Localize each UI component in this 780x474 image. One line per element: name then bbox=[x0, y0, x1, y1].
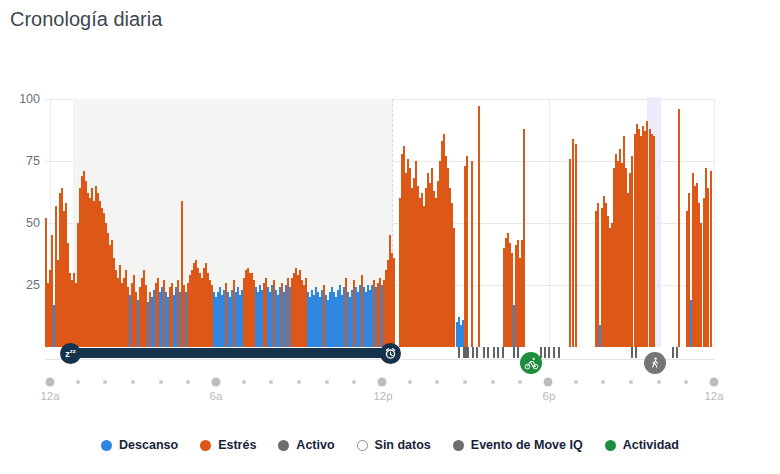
active-swatch-icon bbox=[278, 440, 289, 451]
move-iq-tick[interactable] bbox=[497, 347, 499, 358]
legend-item-activo: Activo bbox=[278, 438, 334, 452]
y-tick-label: 75 bbox=[26, 154, 40, 168]
move-iq-tick[interactable] bbox=[631, 347, 633, 358]
hour-dot bbox=[103, 380, 107, 384]
legend-item-actividad: Actividad bbox=[605, 438, 679, 452]
cycling-event-icon[interactable] bbox=[520, 352, 542, 374]
stress-bar[interactable] bbox=[575, 144, 577, 347]
legend-item-estres: Estrés bbox=[200, 438, 256, 452]
move-iq-tick[interactable] bbox=[672, 347, 674, 358]
hour-dot bbox=[46, 378, 55, 387]
stress-bar[interactable] bbox=[393, 258, 395, 347]
rest-swatch-icon bbox=[101, 440, 112, 451]
move-iq-tick[interactable] bbox=[493, 347, 495, 358]
move-iq-tick[interactable] bbox=[483, 347, 485, 358]
hour-dot bbox=[297, 380, 301, 384]
stress-bar[interactable] bbox=[471, 161, 473, 347]
stress-bar[interactable] bbox=[478, 106, 480, 347]
move-iq-tick[interactable] bbox=[558, 347, 560, 358]
move-iq-tick[interactable] bbox=[513, 347, 515, 358]
daily-timeline-card: Cronología diaria 255075100 zzz 12a6a12p… bbox=[0, 0, 780, 474]
hour-label: 6a bbox=[210, 390, 223, 402]
hour-dot bbox=[378, 378, 387, 387]
y-tick-label: 50 bbox=[26, 216, 40, 230]
activity-swatch-icon bbox=[605, 440, 616, 451]
plot-area[interactable] bbox=[45, 99, 715, 347]
stress-bar[interactable] bbox=[572, 139, 574, 347]
walking-event-icon[interactable] bbox=[644, 352, 666, 374]
legend-label: Estrés bbox=[218, 438, 256, 452]
hour-label: 6p bbox=[543, 390, 556, 402]
stress-bar[interactable] bbox=[569, 159, 571, 347]
moveiq-swatch-icon bbox=[453, 440, 464, 451]
legend-label: Evento de Move IQ bbox=[471, 438, 583, 452]
move-iq-tick[interactable] bbox=[467, 347, 469, 358]
hour-dot-row bbox=[0, 376, 780, 388]
stress-bar[interactable] bbox=[653, 136, 655, 347]
hour-dot bbox=[76, 380, 80, 384]
legend-item-descanso: Descanso bbox=[101, 438, 178, 452]
hour-dot bbox=[325, 380, 329, 384]
move-iq-tick[interactable] bbox=[502, 347, 504, 358]
v-gridline bbox=[549, 99, 550, 347]
hour-dot bbox=[657, 380, 661, 384]
y-tick-label: 100 bbox=[19, 92, 40, 106]
hour-dot bbox=[684, 380, 688, 384]
move-iq-tick[interactable] bbox=[548, 347, 550, 358]
stress-swatch-icon bbox=[200, 440, 211, 451]
hour-dot bbox=[463, 380, 467, 384]
hour-dot bbox=[518, 380, 522, 384]
hour-dot bbox=[710, 378, 719, 387]
hour-dot bbox=[212, 378, 221, 387]
move-iq-tick[interactable] bbox=[487, 347, 489, 358]
legend-label: Descanso bbox=[119, 438, 178, 452]
hour-label: 12a bbox=[40, 390, 59, 402]
stress-bar[interactable] bbox=[678, 109, 680, 347]
hour-dot bbox=[242, 380, 246, 384]
hour-dot bbox=[629, 380, 633, 384]
stress-bar[interactable] bbox=[523, 129, 525, 347]
move-iq-tick[interactable] bbox=[458, 347, 460, 358]
legend-label: Actividad bbox=[623, 438, 679, 452]
sleep-duration-bar[interactable] bbox=[64, 348, 396, 358]
legend: Descanso Estrés Activo Sin datos Evento … bbox=[0, 438, 780, 452]
stress-bar[interactable] bbox=[700, 223, 702, 347]
hour-dot bbox=[435, 380, 439, 384]
move-iq-tick[interactable] bbox=[517, 347, 519, 358]
move-iq-tick[interactable] bbox=[635, 347, 637, 358]
y-axis-labels: 255075100 bbox=[4, 99, 40, 347]
stress-bar[interactable] bbox=[710, 171, 712, 347]
stress-bar[interactable] bbox=[453, 228, 455, 347]
hour-label: 12a bbox=[704, 390, 723, 402]
hour-dot bbox=[544, 378, 553, 387]
move-iq-tick[interactable] bbox=[476, 347, 478, 358]
hour-dot bbox=[352, 380, 356, 384]
hour-dot bbox=[131, 380, 135, 384]
stress-bar[interactable] bbox=[631, 156, 633, 347]
move-iq-tick[interactable] bbox=[553, 347, 555, 358]
hour-dot bbox=[574, 380, 578, 384]
hour-dot bbox=[601, 380, 605, 384]
sleep-zzz-icon[interactable]: zzz bbox=[60, 343, 81, 364]
hour-dot bbox=[269, 380, 273, 384]
stress-bar[interactable] bbox=[707, 188, 709, 347]
stress-bar[interactable] bbox=[466, 156, 468, 347]
x-axis-line bbox=[45, 359, 715, 360]
legend-item-move-iq: Evento de Move IQ bbox=[453, 438, 583, 452]
stress-bar[interactable] bbox=[646, 121, 648, 347]
page-title: Cronología diaria bbox=[10, 8, 162, 31]
legend-item-sin-datos: Sin datos bbox=[357, 438, 431, 452]
hour-dot bbox=[408, 380, 412, 384]
v-gridline bbox=[714, 99, 715, 347]
move-iq-tick[interactable] bbox=[544, 347, 546, 358]
alarm-clock-icon[interactable] bbox=[380, 343, 401, 364]
y-tick-label: 25 bbox=[26, 278, 40, 292]
hour-dot bbox=[159, 380, 163, 384]
legend-label: Activo bbox=[296, 438, 334, 452]
legend-label: Sin datos bbox=[375, 438, 431, 452]
move-iq-tick[interactable] bbox=[472, 347, 474, 358]
hour-dot bbox=[186, 380, 190, 384]
move-iq-tick[interactable] bbox=[676, 347, 678, 358]
no-data-swatch-icon bbox=[357, 440, 368, 451]
hour-dot bbox=[491, 380, 495, 384]
